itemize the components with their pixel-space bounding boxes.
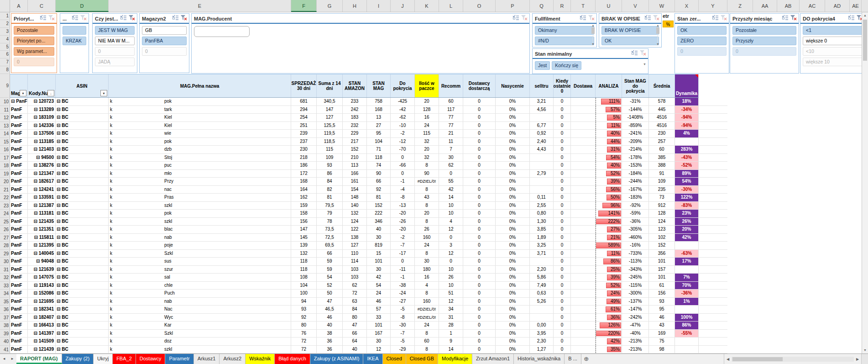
slicer-item[interactable]: 0 (732, 47, 796, 56)
cell[interactable]: ksal (109, 274, 291, 281)
cell[interactable]: 0 (463, 154, 496, 162)
cell[interactable]: 93 (649, 298, 675, 306)
hscroll-left-icon[interactable]: ◀ (724, 357, 732, 361)
cell[interactable]: -241% (622, 130, 649, 137)
row-header-10[interactable]: 10 (0, 98, 9, 106)
cell[interactable]: ⊟ BC (56, 114, 109, 121)
cell[interactable] (571, 202, 596, 210)
cell[interactable]: PanF (10, 154, 28, 162)
cell[interactable]: 5% (596, 114, 622, 121)
cell[interactable]: 40 (317, 322, 343, 329)
cell[interactable]: 0 (554, 130, 571, 137)
cell[interactable]: 80 (343, 314, 367, 322)
cell[interactable]: 70% (675, 282, 699, 290)
cell[interactable]: 0 (463, 298, 496, 306)
cell[interactable] (530, 178, 554, 185)
cell[interactable]: PanF (10, 322, 28, 329)
cell[interactable]: kpok (109, 210, 291, 217)
cell[interactable]: PanF (10, 298, 28, 306)
cell[interactable]: -115% (622, 282, 649, 290)
cell[interactable]: 20% (675, 226, 699, 233)
tabs-prev-icon[interactable]: ◂ (0, 354, 8, 364)
slicer-item[interactable]: NIE MA W M... (95, 37, 135, 45)
column-header-J[interactable]: J (391, 0, 415, 12)
cell[interactable]: 42% (675, 234, 699, 242)
cell[interactable]: 125,5 (317, 122, 343, 130)
multi-select-icon[interactable] (631, 50, 638, 58)
cell[interactable]: 8 (415, 330, 439, 338)
row-header-5[interactable]: 5 (0, 43, 9, 51)
cell[interactable]: 12 (367, 346, 391, 353)
slicer-item[interactable]: Wg paramet... (14, 47, 54, 56)
cell[interactable]: PanF (10, 106, 28, 114)
cell[interactable]: 124 (343, 218, 367, 226)
cell[interactable]: ⊟ BC (56, 106, 109, 114)
cell[interactable]: 24% (596, 290, 622, 297)
cell[interactable]: kmło (109, 170, 291, 178)
cell[interactable]: 152 (649, 242, 675, 249)
column-header-X[interactable]: X (675, 0, 699, 12)
cell[interactable]: PanF (10, 114, 28, 121)
cell[interactable]: PanF (10, 146, 28, 153)
cell[interactable] (571, 122, 596, 130)
cell[interactable]: 54% (596, 154, 622, 162)
cell[interactable]: 60 (649, 146, 675, 153)
cell[interactable]: 819 (367, 242, 391, 249)
cell[interactable]: #DZIEL/0! (415, 178, 439, 185)
cell[interactable]: 46 (317, 314, 343, 322)
slicer-item[interactable]: Pozostałe (14, 26, 54, 35)
cell[interactable]: kdoz (109, 338, 291, 345)
cell[interactable]: 94 (291, 298, 317, 306)
cell[interactable] (571, 338, 596, 345)
cell[interactable]: 158 (291, 210, 317, 217)
slicer-item[interactable]: OK (677, 26, 727, 35)
cell[interactable]: 56% (596, 186, 622, 194)
cell[interactable]: 445 (649, 106, 675, 114)
cell[interactable]: 162 (291, 194, 317, 201)
cell[interactable]: 0 (463, 194, 496, 201)
cell[interactable] (530, 258, 554, 265)
multi-select-icon[interactable] (172, 15, 179, 23)
cell[interactable]: 10 (439, 210, 463, 217)
row-header-31[interactable]: 31 (0, 266, 9, 274)
cell[interactable]: 32 (415, 154, 439, 162)
row-header-14[interactable]: 14 (0, 130, 9, 138)
horizontal-scrollbar[interactable]: ◀ ▶ (724, 354, 861, 364)
cell[interactable]: 101 (367, 258, 391, 265)
cell[interactable]: 0% (496, 322, 530, 329)
cell[interactable]: 3,25 (530, 242, 554, 249)
cell[interactable]: 23% (675, 210, 699, 217)
cell[interactable]: kszkl (109, 202, 291, 210)
sheet-tab[interactable]: Arkusz1 (194, 354, 220, 364)
cell[interactable]: 388 (649, 162, 675, 169)
cell[interactable]: 0% (496, 234, 530, 242)
cell[interactable]: 3,85 (530, 226, 554, 233)
cell[interactable]: -8 (391, 194, 415, 201)
cell[interactable]: 60 (439, 98, 463, 106)
cell[interactable]: kSzkl (109, 330, 291, 338)
cell[interactable] (571, 178, 596, 185)
sheet-tab[interactable]: Zrzut Amazon1 (472, 354, 514, 364)
cell[interactable]: 0 (554, 122, 571, 130)
cell[interactable]: 33 (367, 314, 391, 322)
cell[interactable]: 0% (496, 154, 530, 162)
cell[interactable]: 43 (649, 322, 675, 329)
cell[interactable]: 2,20 (530, 266, 554, 274)
slicer-item[interactable]: <10 (803, 47, 863, 56)
cell[interactable]: -42 (391, 106, 415, 114)
cell[interactable]: 0% (496, 202, 530, 210)
cell[interactable]: 119,5 (317, 130, 343, 137)
row-header-33[interactable]: 33 (0, 282, 9, 290)
row-header-2[interactable]: 2 (0, 20, 9, 28)
slicer-item[interactable]: JEST W MAG (95, 26, 135, 35)
cell[interactable]: ⊟ BC (56, 282, 109, 290)
cell[interactable]: 385 (649, 154, 675, 162)
cell[interactable]: 2,30 (530, 338, 554, 345)
slicer-item[interactable]: Okimany (535, 26, 594, 35)
cell[interactable]: 168 (367, 106, 391, 114)
cell[interactable]: -83% (675, 202, 699, 210)
cell[interactable]: 0 (391, 258, 415, 265)
row-header-41[interactable]: 41 (0, 346, 9, 354)
cell[interactable]: 254 (291, 114, 317, 121)
cell[interactable]: 229 (343, 130, 367, 137)
